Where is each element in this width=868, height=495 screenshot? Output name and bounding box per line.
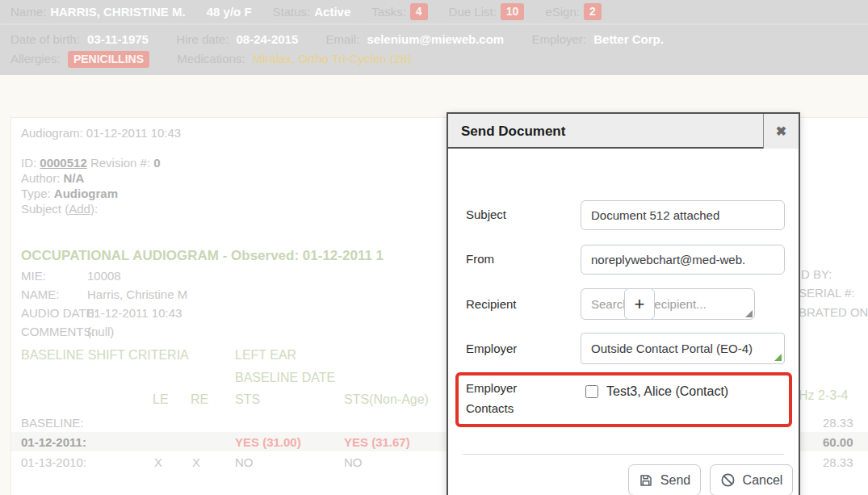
- patient-banner-row1: Name: HARRIS, CHRISTINE M. 48 y/o F Stat…: [0, 0, 868, 25]
- employer-contacts-label-line2: Contacts: [466, 401, 514, 415]
- cancel-icon: [720, 472, 736, 488]
- recipient-field-label: Recipient: [466, 297, 517, 311]
- field-value-mie: 10008: [87, 269, 121, 283]
- row-2011-date: 01-12-2011:: [21, 435, 86, 449]
- document-id-line: ID: 0000512 Revision #: 0: [21, 156, 161, 170]
- revision-value: 0: [153, 156, 160, 170]
- employer-field-label: Employer: [466, 342, 517, 355]
- baseline-section-title: BASELINE SHIFT CRITERIA: [21, 348, 189, 363]
- field-label-audio-date: AUDIO DATE:: [21, 306, 98, 320]
- due-list-badge: 10: [501, 3, 525, 20]
- tasks-label: Tasks:: [371, 5, 406, 19]
- resize-grip-icon: [745, 310, 753, 317]
- close-button[interactable]: ✖: [763, 114, 799, 149]
- send-button[interactable]: Send: [628, 464, 701, 495]
- row-2011-sts: YES (31.00): [235, 435, 301, 449]
- field-value-name: Harris, Christine M: [87, 287, 187, 301]
- baseline-row-label: BASELINE:: [21, 416, 84, 430]
- contact-name-label[interactable]: Test3, Alice (Contact): [606, 384, 728, 399]
- row-2010-date: 01-13-2010:: [21, 455, 86, 469]
- from-field-label: From: [466, 252, 494, 266]
- tasks-badge: 4: [410, 3, 428, 20]
- document-author-line: Author: N/A: [21, 171, 84, 185]
- footer-divider-top: [463, 454, 784, 455]
- row-2010-sts: NO: [235, 455, 254, 469]
- patient-banner: Name: HARRIS, CHRISTINE M. 48 y/o F Stat…: [0, 0, 868, 75]
- allergies-label: Allergies:: [10, 52, 61, 65]
- field-label-comments: COMMENTS:: [21, 325, 95, 338]
- patient-age-sex: 48 y/o F: [207, 5, 252, 19]
- add-recipient-button[interactable]: +: [624, 288, 655, 320]
- document-subject-line: Subject (Add):: [21, 202, 98, 216]
- field-label-name: NAME:: [21, 287, 60, 301]
- medication-ortho: Ortho Tri-Cyclen (28): [298, 52, 411, 65]
- due-list-label: Due List:: [449, 5, 497, 19]
- allergy-badge: PENICILLINS: [68, 51, 149, 68]
- author-value: N/A: [64, 171, 85, 185]
- cancel-button-label: Cancel: [743, 473, 783, 488]
- author-label: Author:: [21, 171, 60, 185]
- send-document-dialog: Send Document ✖ Subject From Recipient +…: [447, 112, 800, 495]
- dialog-body: Subject From Recipient + Employer Outsid…: [448, 149, 799, 495]
- row-2010-le: X: [154, 455, 162, 469]
- employer-contacts-label-line1: Employer: [466, 381, 517, 395]
- col-header-sts-nonage: STS(Non-Age): [344, 392, 429, 407]
- send-button-label: Send: [660, 473, 690, 488]
- fragment-serial: SERIAL #:: [799, 286, 854, 300]
- subject-input[interactable]: [581, 200, 785, 230]
- medication-miralax: Miralax,: [253, 52, 296, 65]
- employer-value: Better Corp.: [593, 32, 664, 46]
- from-input[interactable]: [581, 245, 785, 275]
- document-header: Audiogram: 01-12-2011 10:43: [21, 126, 181, 140]
- hire-date-label: Hire date:: [176, 32, 229, 46]
- subject-prefix: Subject (: [21, 202, 69, 216]
- fragment-value-2: 60.00: [823, 435, 853, 449]
- row-2010-sts-nonage: NO: [344, 455, 363, 469]
- employer-select[interactable]: Outside Contact Portal (EO-4): [581, 333, 785, 364]
- save-icon: [639, 473, 653, 488]
- audiogram-heading: OCCUPATIONAL AUDIOGRAM - Observed: 01-12…: [21, 248, 384, 264]
- employer-label: Employer:: [532, 32, 587, 46]
- type-value: Audiogram: [54, 187, 118, 200]
- patient-name: HARRIS, CHRISTINE M.: [50, 5, 186, 19]
- dialog-header: Send Document ✖: [448, 114, 799, 149]
- col-header-sts: STS: [235, 392, 260, 407]
- row-2010-re: X: [192, 455, 200, 469]
- dob-value: 03-11-1975: [87, 32, 149, 46]
- name-label: Name:: [10, 5, 46, 19]
- col-header-re: RE: [191, 392, 208, 407]
- cancel-button[interactable]: Cancel: [710, 464, 793, 495]
- baseline-date-heading: BASELINE DATE: [235, 371, 335, 385]
- email-value: selenium@mieweb.com: [367, 32, 504, 46]
- col-header-le: LE: [153, 392, 169, 407]
- field-label-mie: MIE:: [21, 269, 46, 283]
- field-value-audio-date: 01-12-2011 10:43: [87, 306, 182, 320]
- dialog-title: Send Document: [461, 114, 565, 149]
- fragment-calibrated: BRATED ON: [799, 305, 868, 319]
- document-type-line: Type: Audiogram: [21, 187, 118, 200]
- select-expand-grip-icon: [774, 354, 782, 361]
- field-value-comments: (null): [87, 325, 114, 338]
- dob-label: Date of birth:: [10, 32, 80, 46]
- patient-banner-row2: Date of birth: 03-11-1975 Hire date: 08-…: [0, 25, 868, 75]
- document-id-link: 0000512: [40, 156, 86, 170]
- fragment-value-1: 28.33: [823, 416, 853, 430]
- employer-selected-option: Outside Contact Portal (EO-4): [591, 342, 753, 355]
- employer-contacts-row: Employer Contacts Test3, Alice (Contact): [448, 375, 799, 427]
- recipient-search-input[interactable]: [581, 288, 755, 320]
- subject-suffix: ):: [90, 202, 98, 216]
- id-label: ID:: [21, 156, 36, 170]
- left-ear-heading: LEFT EAR: [235, 348, 296, 363]
- revision-label: Revision #:: [90, 156, 150, 170]
- fragment-hz-header: Hz 2-3-4: [799, 388, 848, 403]
- row-2011-sts-nonage: YES (31.67): [344, 435, 410, 449]
- subject-field-label: Subject: [466, 208, 506, 221]
- medications-label: Medications:: [177, 52, 245, 65]
- status-value: Active: [314, 5, 350, 19]
- subject-add-link: Add: [69, 202, 90, 216]
- close-icon: ✖: [776, 124, 786, 139]
- demographics-line: Date of birth: 03-11-1975 Hire date: 08-…: [10, 30, 868, 49]
- recipient-input-wrap: [581, 288, 755, 320]
- contact-checkbox[interactable]: [585, 385, 598, 398]
- status-label: Status:: [273, 5, 311, 19]
